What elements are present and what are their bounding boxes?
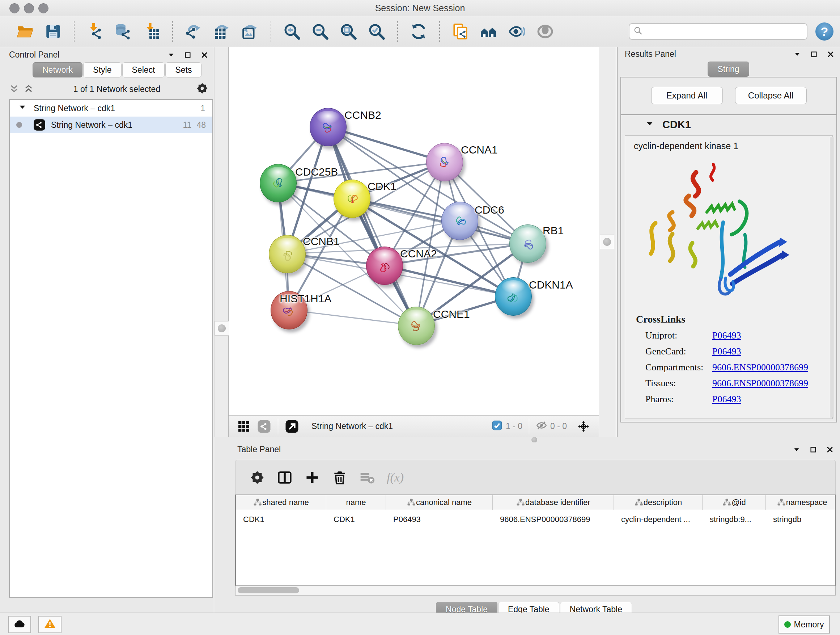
node-cdkn1a[interactable] (495, 277, 532, 316)
table-cell[interactable]: P06493 (386, 510, 493, 529)
node-ccnb1[interactable] (269, 235, 306, 273)
left-splitter-handle[interactable] (215, 321, 229, 336)
table-settings-gear-icon[interactable] (247, 467, 267, 488)
zoom-fit-button[interactable] (338, 21, 358, 42)
panel-close-icon[interactable] (200, 51, 209, 59)
refresh-button[interactable] (409, 21, 429, 42)
right-splitter-handle[interactable] (600, 234, 614, 249)
tab-style[interactable]: Style (83, 62, 121, 78)
zoom-selected-button[interactable] (366, 21, 387, 42)
network-row-selected[interactable]: String Network – cdk1 11 48 (10, 117, 212, 133)
column-header-description[interactable]: description (614, 495, 703, 510)
column-header-@id[interactable]: @id (703, 495, 766, 510)
collapse-all-icon[interactable] (9, 84, 21, 95)
crosslink-link[interactable]: P06493 (712, 330, 741, 341)
collapse-all-button[interactable]: Collapse All (735, 87, 807, 104)
crosslink-link[interactable]: P06493 (712, 346, 741, 357)
table-cell[interactable]: CDK1 (326, 510, 386, 529)
disclosure-triangle-icon[interactable] (621, 119, 662, 130)
column-header-shared-name[interactable]: shared name (236, 495, 326, 510)
left-splitter[interactable] (214, 47, 229, 437)
tab-string[interactable]: String (707, 62, 749, 77)
tab-sets[interactable]: Sets (165, 62, 202, 78)
table-cell[interactable]: 9606.ENSP00000378699 (493, 510, 614, 529)
node-cdc25b[interactable] (260, 164, 297, 203)
open-in-new-icon[interactable] (284, 418, 300, 434)
expand-all-button[interactable]: Expand All (651, 87, 723, 104)
search-input[interactable] (646, 27, 803, 36)
export-image-button[interactable] (240, 21, 260, 42)
document-share-button[interactable] (450, 21, 471, 42)
node-ccna1[interactable] (426, 143, 463, 181)
horizontal-splitter[interactable] (229, 437, 840, 442)
panel-close-icon[interactable] (826, 445, 834, 454)
node-rb1[interactable] (509, 225, 546, 263)
save-session-button[interactable] (43, 21, 63, 42)
table-row[interactable]: CDK1CDK1P064939606.ENSP00000378699cyclin… (236, 510, 835, 529)
export-table-button[interactable] (212, 21, 232, 42)
import-table-button[interactable] (141, 21, 162, 42)
column-header-namespace[interactable]: namespace (766, 495, 836, 510)
string-app-icon (33, 119, 46, 131)
edge-ccnb2-ccne1[interactable] (328, 127, 416, 325)
node-cdc6[interactable] (441, 202, 478, 240)
node-ccna2[interactable] (366, 247, 403, 285)
move-crosshair-icon[interactable] (576, 418, 592, 434)
show-columns-icon[interactable] (275, 467, 295, 488)
gray-eye-button[interactable] (535, 21, 555, 42)
search-field[interactable] (629, 23, 807, 40)
disclosure-triangle-icon[interactable] (18, 103, 27, 114)
zoom-in-button[interactable] (282, 21, 302, 42)
results-scrollbar[interactable] (830, 137, 834, 417)
expand-all-icon[interactable] (24, 84, 36, 95)
panel-float-icon[interactable] (810, 50, 818, 59)
crosslink-link[interactable]: 9606.ENSP00000378699 (712, 378, 808, 389)
table-cell[interactable]: stringdb (766, 510, 836, 529)
eye-waves-button[interactable] (507, 21, 527, 42)
houses-button[interactable] (478, 21, 499, 42)
crosslink-link[interactable]: 9606.ENSP00000378699 (712, 362, 808, 373)
import-network-from-database-button[interactable] (113, 21, 134, 42)
table-horizontal-scrollbar[interactable] (235, 586, 836, 595)
import-network-button[interactable] (85, 21, 105, 42)
column-header-canonical-name[interactable]: canonical name (386, 495, 493, 510)
panel-float-icon[interactable] (183, 51, 192, 59)
tab-select[interactable]: Select (122, 62, 165, 78)
column-header-database-identifier[interactable]: database identifier (493, 495, 614, 510)
panel-float-icon[interactable] (809, 445, 818, 454)
network-collection-row[interactable]: String Network – cdk1 1 (10, 100, 212, 117)
help-button[interactable]: ? (815, 22, 834, 41)
gene-header-row[interactable]: CDK1 (621, 115, 836, 134)
network-canvas[interactable]: CCNB2CCNA1CDC25BCDK1CDC6RB1CCNB1CCNA2CDK… (229, 47, 599, 415)
delete-column-trash-icon[interactable] (330, 467, 350, 488)
hidden-eye-icon[interactable] (536, 420, 547, 433)
panel-collapse-icon[interactable] (792, 445, 801, 454)
birds-eye-grid-icon[interactable] (236, 418, 252, 434)
edge-hist1h1a-ccne1[interactable] (289, 310, 416, 325)
zoom-out-button[interactable] (310, 21, 330, 42)
node-ccnb2[interactable] (309, 108, 347, 146)
node-ccne1[interactable] (398, 307, 435, 345)
scrollbar-thumb[interactable] (238, 587, 299, 593)
table-cell[interactable]: CDK1 (236, 510, 326, 529)
export-network-button[interactable] (183, 21, 204, 42)
node-cdk1[interactable] (333, 180, 370, 218)
open-session-button[interactable] (15, 21, 35, 42)
table-cell[interactable]: stringdb:9... (703, 510, 766, 529)
panel-close-icon[interactable] (826, 50, 835, 59)
node-table[interactable]: shared namenamecanonical namedatabase id… (235, 494, 836, 586)
crosslink-link[interactable]: P06493 (712, 394, 741, 405)
add-column-icon[interactable] (302, 467, 322, 488)
gear-icon[interactable] (196, 82, 209, 96)
memory-button[interactable]: Memory (778, 616, 830, 633)
column-header-name[interactable]: name (326, 495, 386, 510)
panel-collapse-icon[interactable] (793, 50, 802, 59)
right-splitter[interactable] (599, 47, 617, 437)
share-gray-icon[interactable] (256, 418, 272, 434)
cloud-button[interactable] (8, 616, 31, 633)
selected-checkbox-icon[interactable] (491, 420, 503, 433)
table-cell[interactable]: cyclin-dependent ... (614, 510, 703, 529)
tab-network[interactable]: Network (33, 62, 82, 78)
panel-collapse-icon[interactable] (167, 51, 175, 59)
warnings-button[interactable] (38, 616, 62, 633)
